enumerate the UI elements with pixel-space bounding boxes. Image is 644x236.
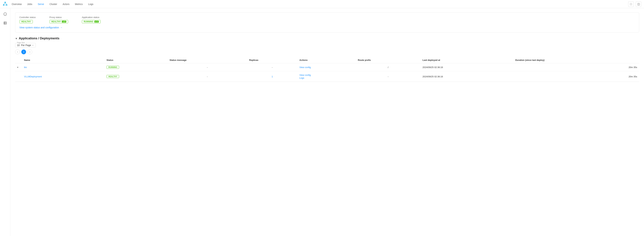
top-nav: Overview Jobs Serve Cluster Actors Metri… bbox=[0, 0, 644, 8]
row2-last-deployed-cell: 2024/09/25 02:36:16 bbox=[420, 71, 513, 82]
svg-line-4 bbox=[5, 3, 7, 4]
sidebar-info-icon[interactable] bbox=[2, 11, 8, 17]
row2-replicas-link[interactable]: 1 bbox=[272, 75, 273, 78]
proxy-status-label: Proxy status bbox=[50, 16, 68, 19]
nav-cluster[interactable]: Cluster bbox=[50, 2, 57, 6]
row2-route-prefix-cell: - bbox=[356, 71, 420, 82]
col-replicas: Replicas bbox=[247, 57, 297, 63]
main-content: Controller status HEALTHY Proxy status H… bbox=[10, 8, 644, 236]
controller-status-label: Controller status bbox=[20, 16, 36, 19]
nav-icon-group: □ ◫ bbox=[628, 1, 641, 7]
nav-logs[interactable]: Logs bbox=[88, 2, 93, 6]
deployments-section: ▼ Applications / Deployments Page Size 1… bbox=[15, 37, 639, 82]
app-logo[interactable] bbox=[3, 1, 8, 7]
nav-serve[interactable]: Serve bbox=[38, 2, 44, 6]
table-header-row: Name Status Status message Replicas Acti… bbox=[15, 57, 639, 63]
col-status: Status bbox=[104, 57, 167, 63]
col-route-prefix: Route prefix bbox=[356, 57, 420, 63]
row2-name-link[interactable]: VLLMDeployment bbox=[24, 75, 42, 78]
pagination: ‹ 1 › bbox=[15, 50, 639, 54]
proxy-status: Proxy status HEALTHY x 2 bbox=[50, 16, 68, 23]
row1-expand-icon[interactable]: ▾ bbox=[17, 66, 18, 69]
row2-status-cell: HEALTHY bbox=[104, 71, 167, 82]
page-size-label: Per Page bbox=[21, 44, 31, 47]
row2-actions-cell: View config Logs bbox=[297, 71, 356, 82]
page-size-dropdown-icon: ▾ bbox=[32, 44, 33, 46]
row2-logs-link[interactable]: Logs bbox=[299, 77, 354, 79]
section-header: ▼ Applications / Deployments bbox=[15, 37, 639, 40]
application-status: Application status RUNNING x 1 bbox=[82, 16, 100, 23]
row2-actions-group: View config Logs bbox=[299, 74, 354, 79]
svg-rect-9 bbox=[4, 22, 6, 25]
proxy-status-badge: HEALTHY x 2 bbox=[50, 20, 68, 23]
app-badge-count: x 1 bbox=[94, 21, 99, 23]
col-expand bbox=[15, 57, 22, 63]
pagination-prev[interactable]: ‹ bbox=[15, 50, 20, 54]
application-status-label: Application status bbox=[82, 16, 100, 19]
sidebar bbox=[0, 8, 10, 236]
nav-overview[interactable]: Overview bbox=[12, 2, 22, 6]
row1-route-prefix-cell: / bbox=[356, 63, 420, 71]
view-link-text: View system status and configuration bbox=[20, 26, 59, 29]
row1-actions-cell: View config bbox=[297, 63, 356, 71]
table-row: ▾ llm RUNNING - - View config / bbox=[15, 63, 639, 71]
row1-view-config-link[interactable]: View config bbox=[299, 66, 311, 69]
page-size-value: 10 bbox=[17, 44, 20, 47]
col-status-message: Status message bbox=[168, 57, 247, 63]
row2-status-badge: HEALTHY bbox=[106, 75, 119, 78]
nav-actors[interactable]: Actors bbox=[63, 2, 70, 6]
deployments-table: Name Status Status message Replicas Acti… bbox=[15, 57, 639, 82]
row1-status-badge: RUNNING bbox=[106, 66, 119, 69]
row1-expand-cell: ▾ bbox=[15, 63, 22, 71]
collapse-icon[interactable]: ▼ bbox=[15, 37, 18, 40]
proxy-badge-text: HEALTHY bbox=[51, 21, 61, 23]
save-icon-button[interactable]: □ bbox=[628, 1, 634, 7]
arrow-icon: → bbox=[60, 26, 62, 29]
table-header: Name Status Status message Replicas Acti… bbox=[15, 57, 639, 63]
page-size-legend: Page Size bbox=[17, 42, 25, 44]
svg-point-0 bbox=[5, 2, 6, 3]
row1-status-cell: RUNNING bbox=[104, 63, 167, 71]
nav-items: Overview Jobs Serve Cluster Actors Metri… bbox=[12, 2, 628, 6]
table-row: VLLMDeployment HEALTHY - 1 View config bbox=[15, 71, 639, 82]
row2-expand-cell bbox=[15, 71, 22, 82]
col-actions: Actions bbox=[297, 57, 356, 63]
row1-status-message-cell: - bbox=[168, 63, 247, 71]
controller-status-badge: HEALTHY bbox=[20, 20, 33, 23]
row1-last-deployed-cell: 2024/09/25 02:36:16 bbox=[420, 63, 513, 71]
row2-name-cell: VLLMDeployment bbox=[22, 71, 104, 82]
svg-line-3 bbox=[4, 3, 5, 4]
sidebar-table-icon[interactable] bbox=[2, 20, 8, 26]
section-title: Applications / Deployments bbox=[19, 37, 60, 40]
proxy-badge-count: x 2 bbox=[62, 21, 66, 23]
row2-view-config-link[interactable]: View config bbox=[299, 74, 354, 76]
col-last-deployed: Last deployed at bbox=[420, 57, 513, 63]
page-size-control[interactable]: Page Size 10 Per Page ▾ bbox=[15, 43, 36, 48]
pagination-next[interactable]: › bbox=[28, 50, 32, 54]
status-card: Controller status HEALTHY Proxy status H… bbox=[15, 12, 639, 33]
app-badge-text: RUNNING bbox=[84, 21, 93, 23]
main-layout: Controller status HEALTHY Proxy status H… bbox=[0, 8, 644, 236]
row1-name-link[interactable]: llm bbox=[24, 66, 27, 69]
row2-duration-cell: 20m 35s bbox=[513, 71, 639, 82]
layout-icon-button[interactable]: ◫ bbox=[636, 1, 641, 7]
pagination-page-1[interactable]: 1 bbox=[21, 50, 26, 54]
col-duration: Duration (since last deploy) bbox=[513, 57, 639, 63]
row1-replicas-cell: - bbox=[247, 63, 297, 71]
row1-name-cell: llm bbox=[22, 63, 104, 71]
col-name: Name bbox=[22, 57, 104, 63]
controller-status: Controller status HEALTHY bbox=[20, 16, 36, 23]
row2-status-message-cell: - bbox=[168, 71, 247, 82]
nav-metrics[interactable]: Metrics bbox=[75, 2, 83, 6]
nav-jobs[interactable]: Jobs bbox=[27, 2, 32, 6]
status-row: Controller status HEALTHY Proxy status H… bbox=[20, 16, 635, 23]
view-system-status-link[interactable]: View system status and configuration → bbox=[20, 26, 62, 29]
application-status-badge: RUNNING x 1 bbox=[82, 20, 100, 23]
table-body: ▾ llm RUNNING - - View config / bbox=[15, 63, 639, 82]
row1-duration-cell: 20m 35s bbox=[513, 63, 639, 71]
row2-replicas-cell: 1 bbox=[247, 71, 297, 82]
